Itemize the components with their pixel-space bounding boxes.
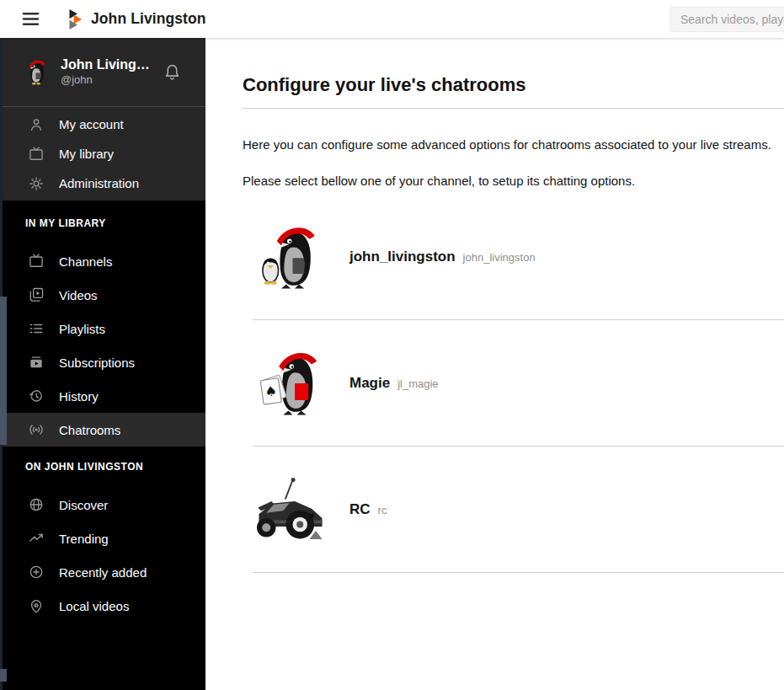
playlist-icon	[28, 320, 45, 337]
channel-handle: john_livingston	[463, 251, 536, 264]
plus-circle-icon	[28, 564, 45, 580]
channel-handle: jl_magie	[397, 377, 438, 390]
sidebar-account-links: My account My library Administration	[0, 106, 205, 201]
channel-avatar-penguin-with-baby-icon	[257, 223, 324, 291]
sidebar-item-trending[interactable]: Trending	[0, 522, 205, 555]
title-divider	[243, 108, 784, 109]
page-title: Configure your live's chatrooms	[243, 74, 784, 96]
sidebar-item-recently-added[interactable]: Recently added	[0, 555, 205, 589]
sidebar-scrollbar-nub[interactable]	[0, 669, 7, 682]
tv-icon	[28, 146, 45, 163]
sidebar-item-my-library[interactable]: My library	[0, 139, 205, 168]
home-pin-icon	[28, 597, 45, 614]
person-icon	[28, 116, 45, 133]
channel-row-magie[interactable]: ♠ Magie jl_magie	[253, 320, 784, 447]
peertube-logo-icon	[66, 9, 83, 29]
tv-icon	[28, 253, 45, 270]
sidebar-user-block: John Livingston @john	[0, 38, 205, 106]
sidebar-item-local-videos[interactable]: Local videos	[0, 589, 205, 623]
trending-icon	[28, 530, 45, 547]
intro-paragraph-2: Please select bellow one of your channel…	[243, 172, 784, 190]
section-header: IN MY LIBRARY	[0, 217, 205, 229]
instance-title: John Livingston	[91, 10, 206, 28]
channel-name: RC	[349, 501, 371, 518]
notifications-bell-icon[interactable]	[162, 62, 184, 83]
sidebar-section-on-instance: ON JOHN LIVINGSTON Discover Trending	[0, 461, 205, 623]
sidebar: John Livingston @john My account	[0, 38, 205, 690]
channel-avatar-penguin-with-cards-icon: ♠	[257, 350, 324, 417]
videos-icon	[28, 286, 45, 303]
sidebar-section-in-my-library: IN MY LIBRARY Channels Videos	[0, 217, 205, 447]
channel-name: john_livingston	[349, 249, 456, 265]
sidebar-item-chatrooms[interactable]: Chatrooms	[0, 413, 205, 447]
user-avatar[interactable]	[22, 57, 51, 86]
sidebar-item-videos[interactable]: Videos	[0, 278, 205, 312]
svg-text:♠: ♠	[264, 382, 278, 400]
sidebar-item-subscriptions[interactable]: Subscriptions	[0, 345, 205, 379]
history-icon	[28, 388, 45, 404]
gear-icon	[28, 175, 45, 192]
channel-avatar-rc-car-icon	[257, 476, 324, 543]
sidebar-item-discover[interactable]: Discover	[0, 488, 205, 522]
section-header: ON JOHN LIVINGSTON	[0, 461, 205, 473]
intro-paragraph-1: Here you can configure some advanced opt…	[243, 136, 784, 153]
channel-list: john_livingston john_livingston	[253, 194, 784, 573]
sidebar-item-history[interactable]: History	[0, 379, 205, 413]
channel-handle: rc	[378, 504, 387, 516]
hamburger-menu-icon[interactable]	[20, 9, 40, 29]
sidebar-item-channels[interactable]: Channels	[0, 244, 205, 278]
channel-row-john-livingston[interactable]: john_livingston john_livingston	[253, 194, 784, 320]
instance-home-link[interactable]: John Livingston	[66, 9, 206, 29]
search-input[interactable]	[669, 7, 784, 32]
channel-name: Magie	[349, 375, 390, 392]
subscriptions-icon	[28, 354, 45, 371]
channel-row-rc[interactable]: RC rc	[253, 447, 784, 573]
sidebar-item-administration[interactable]: Administration	[0, 168, 205, 198]
globe-icon	[28, 496, 45, 513]
sidebar-scrollbar-thumb[interactable]	[0, 297, 7, 445]
sidebar-item-my-account[interactable]: My account	[0, 110, 205, 139]
topbar: John Livingston	[0, 0, 784, 38]
user-handle: @john	[61, 73, 205, 86]
main-content: Configure your live's chatrooms Here you…	[205, 38, 784, 690]
user-menu-trigger[interactable]: John Livingston @john	[61, 57, 205, 86]
sidebar-item-playlists[interactable]: Playlists	[0, 312, 205, 345]
user-display-name: John Livingston	[61, 57, 155, 72]
live-broadcast-icon	[28, 421, 45, 438]
